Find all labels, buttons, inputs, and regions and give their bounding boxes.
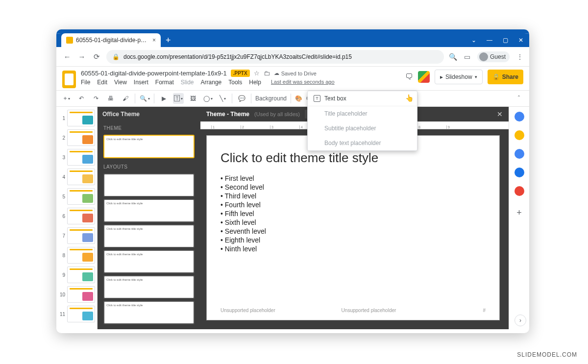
image-tool[interactable]: 🖼 (188, 93, 198, 104)
master-slide[interactable]: Click to edit theme title style • First … (206, 135, 500, 320)
play-icon: ▸ (440, 73, 443, 80)
slide-thumb[interactable]: 5 (58, 188, 95, 205)
layout-thumb[interactable]: Click to edit theme title style (103, 250, 195, 273)
lock-icon: 🔒 (492, 73, 500, 80)
undo-button[interactable]: ↶ (76, 93, 87, 104)
add-addon-icon[interactable]: + (516, 208, 522, 218)
move-icon[interactable]: 🗀 (264, 70, 270, 77)
contacts-icon[interactable] (514, 168, 524, 177)
back-icon[interactable]: ← (62, 52, 72, 61)
theme-master-thumb[interactable]: Click to edit theme title style (103, 135, 195, 158)
close-window-icon[interactable]: ✕ (517, 37, 524, 44)
menu-view[interactable]: View (114, 79, 127, 86)
menu-format[interactable]: Format (155, 79, 174, 86)
canvas-area: Theme - Theme (Used by all slides) Renam… (200, 107, 509, 329)
comments-icon[interactable]: 🗨 (405, 73, 413, 81)
titlebar: 60555-01-digital-divide-powerpc × + ⌄ ― … (56, 33, 529, 47)
profile-chip[interactable]: Guest (477, 51, 510, 62)
maximize-icon[interactable]: ▢ (502, 37, 509, 44)
layout-thumb[interactable]: Click to edit theme title style (103, 199, 195, 222)
placeholder-dropdown: Text box Title placeholder Subtitle plac… (307, 91, 417, 151)
layout-thumb[interactable]: Click to edit theme title style (103, 224, 195, 248)
share-button[interactable]: 🔒 Share (488, 70, 523, 84)
slides-logo-icon[interactable] (62, 71, 76, 88)
address-bar: ← → ⟳ 🔒 docs.google.com/presentation/d/1… (56, 47, 529, 67)
close-tab-icon[interactable]: × (152, 37, 156, 44)
dropdown-item-body-placeholder[interactable]: Body text placeholder (308, 136, 417, 150)
new-tab-button[interactable]: + (166, 35, 171, 46)
last-edit-link[interactable]: Last edit was seconds ago (271, 79, 335, 86)
url-text: docs.google.com/presentation/d/19-p5z1tj… (123, 53, 352, 60)
close-theme-icon[interactable]: ✕ (497, 110, 503, 118)
window-controls: ⌄ ― ▢ ✕ (470, 37, 524, 44)
hide-sidepanel-button[interactable]: › (514, 315, 526, 326)
menu-edit[interactable]: Edit (97, 79, 107, 86)
kebab-menu-icon[interactable]: ⋮ (516, 53, 523, 61)
menu-insert[interactable]: Insert (134, 79, 148, 86)
theme-bar-title: Theme - Theme (206, 111, 249, 118)
shape-tool[interactable]: ◯ (202, 93, 213, 104)
maps-icon[interactable] (514, 186, 524, 196)
print-button[interactable]: 🖶 (105, 93, 116, 104)
meet-icon[interactable] (418, 71, 430, 83)
chevron-down-icon[interactable]: ⌄ (470, 37, 477, 44)
reload-icon[interactable]: ⟳ (92, 52, 101, 61)
slideshow-button[interactable]: ▸ Slideshow ▾ (435, 70, 483, 84)
layout-thumb[interactable]: Click to edit theme title style (103, 275, 195, 299)
url-field[interactable]: 🔒 docs.google.com/presentation/d/19-p5z1… (106, 50, 444, 64)
browser-tab[interactable]: 60555-01-digital-divide-powerpc × (61, 33, 161, 47)
tab-title: 60555-01-digital-divide-powerpc (76, 37, 149, 44)
slide-thumb[interactable]: 4 (58, 169, 95, 185)
comment-button[interactable]: 💬 (236, 93, 247, 104)
keep-icon[interactable] (514, 130, 524, 140)
slide-thumb[interactable]: 2 (58, 129, 95, 146)
document-title[interactable]: 60555-01-digital-divide-powerpoint-templ… (81, 70, 227, 77)
menu-arrange[interactable]: Arrange (201, 79, 222, 86)
layouts-section-label: LAYOUTS (98, 160, 200, 171)
reader-icon[interactable]: ▭ (464, 53, 470, 61)
workspace: 1234567891011 Office Theme THEME Click t… (56, 107, 529, 329)
redo-button[interactable]: ↷ (91, 93, 101, 104)
line-tool[interactable]: ╲ (217, 93, 228, 104)
layout-thumb[interactable] (103, 173, 195, 197)
textbox-tool[interactable]: 🅃 (173, 93, 184, 104)
layout-thumb[interactable]: Click to edit theme title style (103, 301, 195, 324)
slide-thumb[interactable]: 8 (58, 247, 95, 264)
zoom-button[interactable]: 🔍 (139, 93, 150, 104)
unsupported-placeholder: Unsupported placeholder (342, 308, 396, 313)
slide-thumb[interactable]: 9 (58, 267, 95, 283)
paint-format-button[interactable]: 🖌 (120, 93, 131, 104)
slide-thumb[interactable]: 7 (58, 227, 95, 244)
background-button[interactable]: Background (255, 95, 287, 102)
dropdown-item-textbox[interactable]: Text box (308, 91, 417, 106)
search-icon[interactable]: 🔍 (449, 53, 457, 61)
calendar-icon[interactable] (514, 112, 524, 121)
select-tool[interactable]: ▶ (158, 93, 169, 104)
menu-help[interactable]: Help (249, 79, 261, 86)
minimize-icon[interactable]: ― (486, 37, 493, 44)
slide-thumb[interactable]: 11 (58, 306, 95, 322)
menu-file[interactable]: File (81, 79, 90, 86)
new-slide-button[interactable]: + (61, 93, 72, 104)
star-icon[interactable]: ☆ (254, 70, 260, 77)
dropdown-item-subtitle-placeholder[interactable]: Subtitle placeholder (308, 121, 417, 136)
slide-title-placeholder[interactable]: Click to edit theme title style (220, 150, 486, 166)
collapse-toolbar-icon[interactable]: ˆ (514, 93, 524, 104)
slide-thumb[interactable]: 6 (58, 208, 95, 224)
unsupported-placeholder: Unsupported placeholder (220, 308, 275, 313)
palette-icon: 🎨 (295, 95, 302, 102)
tab-strip: 60555-01-digital-divide-powerpc × + (61, 33, 171, 47)
slides-favicon (66, 37, 73, 44)
dropdown-item-title-placeholder[interactable]: Title placeholder (308, 106, 417, 121)
chevron-down-icon[interactable]: ▾ (475, 74, 477, 79)
slide-stage[interactable]: Click to edit theme title style • First … (200, 129, 509, 329)
slide-thumb[interactable]: 1 (58, 110, 95, 126)
menu-tools[interactable]: Tools (228, 79, 242, 86)
slide-panel[interactable]: 1234567891011 (56, 107, 98, 329)
tasks-icon[interactable] (514, 149, 524, 159)
theme-section-label: THEME (98, 121, 200, 133)
slide-thumb[interactable]: 10 (58, 286, 95, 303)
forward-icon[interactable]: → (77, 52, 87, 61)
slide-thumb[interactable]: 3 (58, 149, 95, 166)
slide-body-placeholder[interactable]: • First level • Second level • Third lev… (220, 174, 486, 253)
